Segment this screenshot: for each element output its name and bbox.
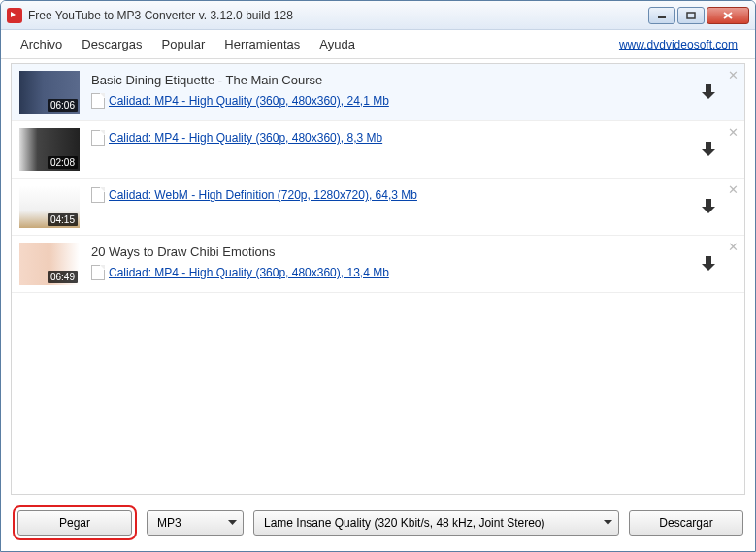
close-button[interactable] xyxy=(707,7,749,24)
file-icon xyxy=(91,187,105,203)
minimize-button[interactable] xyxy=(648,7,675,24)
item-info: 20 Ways to Draw Chibi EmotionsCalidad: M… xyxy=(80,243,700,280)
svg-marker-12 xyxy=(228,520,237,525)
download-arrow-icon[interactable] xyxy=(700,254,719,274)
menu-archivo[interactable]: Archivo xyxy=(11,33,72,55)
svg-marker-5 xyxy=(702,92,715,99)
item-info: Calidad: WebM - High Definition (720p, 1… xyxy=(80,185,700,203)
remove-item-button[interactable]: ✕ xyxy=(727,127,739,139)
video-thumbnail[interactable]: 04:15 xyxy=(19,185,80,228)
list-item[interactable]: 06:06Basic Dining Etiquette - The Main C… xyxy=(12,64,744,121)
app-window: Free YouTube to MP3 Converter v. 3.12.0 … xyxy=(0,0,756,552)
app-icon xyxy=(7,8,22,23)
bottom-toolbar: Pegar MP3 Lame Insane Quality (320 Kbit/… xyxy=(1,504,755,551)
item-info: Basic Dining Etiquette - The Main Course… xyxy=(80,71,700,109)
format-value: MP3 xyxy=(157,516,181,530)
video-thumbnail[interactable]: 06:49 xyxy=(19,243,80,285)
svg-marker-13 xyxy=(604,520,612,525)
paste-button[interactable]: Pegar xyxy=(17,510,132,536)
svg-marker-7 xyxy=(702,149,715,156)
remove-item-button[interactable]: ✕ xyxy=(727,184,739,196)
quality-link[interactable]: Calidad: WebM - High Definition (720p, 1… xyxy=(109,188,417,202)
svg-marker-9 xyxy=(702,207,715,213)
file-icon xyxy=(91,265,105,280)
remove-item-button[interactable]: ✕ xyxy=(727,242,739,253)
file-icon xyxy=(91,93,105,109)
video-thumbnail[interactable]: 06:06 xyxy=(19,71,80,114)
list-item[interactable]: 06:4920 Ways to Draw Chibi EmotionsCalid… xyxy=(12,236,744,293)
quality-row: Calidad: MP4 - High Quality (360p, 480x3… xyxy=(91,265,700,280)
quality-link[interactable]: Calidad: MP4 - High Quality (360p, 480x3… xyxy=(109,94,389,108)
video-title: 20 Ways to Draw Chibi Emotions xyxy=(91,244,700,259)
download-arrow-icon[interactable] xyxy=(700,140,719,159)
svg-rect-1 xyxy=(687,13,695,18)
quality-dropdown[interactable]: Lame Insane Quality (320 Kbit/s, 48 kHz,… xyxy=(253,510,619,536)
menu-ayuda[interactable]: Ayuda xyxy=(310,33,365,55)
video-title: Basic Dining Etiquette - The Main Course xyxy=(91,73,700,87)
download-list: 06:06Basic Dining Etiquette - The Main C… xyxy=(11,63,745,495)
chevron-down-icon xyxy=(228,520,237,526)
menu-popular[interactable]: Popular xyxy=(152,33,215,55)
maximize-button[interactable] xyxy=(677,7,705,24)
menubar: Archivo Descargas Popular Herramientas A… xyxy=(1,30,755,59)
svg-rect-4 xyxy=(706,84,711,92)
list-item[interactable]: 02:08Calidad: MP4 - High Quality (360p, … xyxy=(12,121,744,179)
svg-rect-8 xyxy=(706,199,711,207)
site-link[interactable]: www.dvdvideosoft.com xyxy=(619,38,745,51)
paste-highlight: Pegar xyxy=(13,505,137,540)
format-dropdown[interactable]: MP3 xyxy=(147,510,244,536)
maximize-icon xyxy=(686,12,696,19)
window-controls xyxy=(648,7,749,24)
quality-row: Calidad: MP4 - High Quality (360p, 480x3… xyxy=(91,93,700,109)
window-title: Free YouTube to MP3 Converter v. 3.12.0 … xyxy=(28,9,648,22)
quality-row: Calidad: MP4 - High Quality (360p, 480x3… xyxy=(91,130,700,146)
minimize-icon xyxy=(657,12,667,19)
list-item[interactable]: 04:15Calidad: WebM - High Definition (72… xyxy=(12,179,744,236)
video-thumbnail[interactable]: 02:08 xyxy=(19,128,80,171)
duration-badge: 06:49 xyxy=(48,271,78,283)
svg-rect-10 xyxy=(706,256,711,264)
duration-badge: 04:15 xyxy=(48,213,78,226)
quality-value: Lame Insane Quality (320 Kbit/s, 48 kHz,… xyxy=(264,516,544,530)
menu-herramientas[interactable]: Herramientas xyxy=(214,33,310,55)
svg-marker-11 xyxy=(702,264,715,271)
download-arrow-icon[interactable] xyxy=(700,197,719,216)
file-icon xyxy=(91,130,105,146)
duration-badge: 06:06 xyxy=(48,99,78,112)
item-info: Calidad: MP4 - High Quality (360p, 480x3… xyxy=(80,128,700,146)
quality-row: Calidad: WebM - High Definition (720p, 1… xyxy=(91,187,700,203)
titlebar[interactable]: Free YouTube to MP3 Converter v. 3.12.0 … xyxy=(1,1,755,30)
svg-rect-6 xyxy=(706,142,711,149)
menu-descargas[interactable]: Descargas xyxy=(72,33,151,55)
chevron-down-icon xyxy=(604,520,612,526)
quality-link[interactable]: Calidad: MP4 - High Quality (360p, 480x3… xyxy=(109,266,389,279)
quality-link[interactable]: Calidad: MP4 - High Quality (360p, 480x3… xyxy=(109,131,382,145)
duration-badge: 02:08 xyxy=(48,156,78,169)
download-button[interactable]: Descargar xyxy=(629,510,743,536)
remove-item-button[interactable]: ✕ xyxy=(727,70,739,81)
close-icon xyxy=(723,12,733,19)
download-arrow-icon[interactable] xyxy=(700,82,719,102)
